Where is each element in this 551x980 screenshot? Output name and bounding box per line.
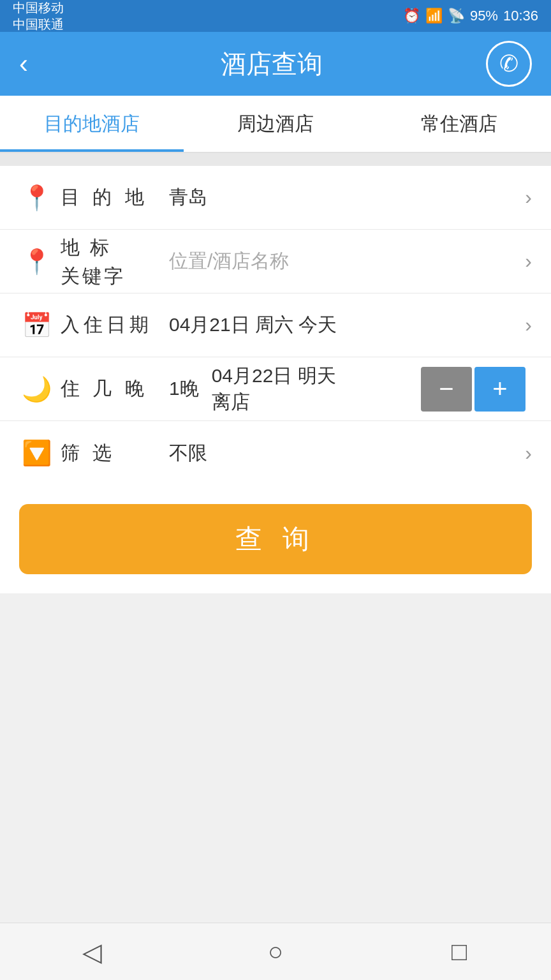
checkin-arrow: ›: [525, 313, 532, 337]
destination-arrow: ›: [525, 186, 532, 209]
keyword-placeholder: 位置/酒店名称: [163, 248, 525, 274]
keyword-row[interactable]: 📍 地 标 关键字 位置/酒店名称 ›: [0, 230, 551, 293]
location-icon: 📍: [19, 184, 54, 212]
carrier1: 中国移动: [13, 0, 64, 16]
battery-percent: 95%: [470, 8, 498, 24]
time-display: 10:36: [503, 8, 538, 24]
app-header: ‹ 酒店查询 ✆: [0, 32, 551, 96]
destination-row[interactable]: 📍 目 的 地 青岛 ›: [0, 166, 551, 230]
keyword-arrow: ›: [525, 249, 532, 273]
status-icons: ⏰ 📶 📡 95% 10:36: [403, 8, 538, 24]
back-button[interactable]: ‹: [19, 48, 57, 79]
nav-recent-button[interactable]: □: [434, 926, 485, 977]
tab-bar: 目的地酒店 周边酒店 常住酒店: [0, 96, 551, 153]
moon-icon: 🌙: [19, 375, 54, 403]
phone-button[interactable]: ✆: [486, 41, 532, 87]
alarm-icon: ⏰: [403, 8, 420, 24]
wifi-icon: 📶: [425, 8, 443, 24]
filter-arrow: ›: [525, 442, 532, 465]
filter-label: 筛 选: [61, 440, 163, 466]
filter-value: 不限: [163, 440, 525, 466]
search-button-wrap: 查 询: [0, 485, 551, 593]
filter-icon: 🔽: [19, 439, 54, 467]
keyword-icon: 📍: [19, 248, 54, 276]
checkin-label: 入住日期: [61, 312, 163, 338]
nights-controls: − +: [421, 367, 525, 412]
section-divider: [0, 153, 551, 166]
plus-button[interactable]: +: [474, 367, 525, 412]
nav-back-button[interactable]: ◁: [66, 926, 117, 977]
checkin-value: 04月21日 周六 今天: [163, 312, 525, 338]
search-button[interactable]: 查 询: [19, 504, 532, 574]
nights-label: 住 几 晚: [61, 376, 163, 402]
status-bar: 中国移动 中国联通 ⏰ 📶 📡 95% 10:36: [0, 0, 551, 32]
signal-icon: 📡: [448, 8, 465, 24]
carrier-info: 中国移动 中国联通: [13, 0, 64, 33]
checkout-value: 04月22日 明天 离店: [205, 363, 421, 415]
nights-row: 🌙 住 几 晚 1晚 04月22日 明天 离店 − +: [0, 357, 551, 421]
minus-button[interactable]: −: [421, 367, 472, 412]
nights-count: 1晚: [163, 376, 199, 402]
search-form: 📍 目 的 地 青岛 › 📍 地 标 关键字 位置/酒店名称 › 📅 入住日期 …: [0, 166, 551, 485]
page-title: 酒店查询: [57, 47, 486, 82]
tab-nearby[interactable]: 周边酒店: [184, 96, 367, 152]
destination-value: 青岛: [163, 184, 525, 211]
carrier2: 中国联通: [13, 16, 64, 33]
keyword-label: 地 标 关键字: [61, 233, 163, 290]
destination-label: 目 的 地: [61, 184, 163, 211]
bottom-nav: ◁ ○ □: [0, 923, 551, 980]
tab-destination[interactable]: 目的地酒店: [0, 96, 184, 152]
calendar-icon: 📅: [19, 311, 54, 339]
filter-row[interactable]: 🔽 筛 选 不限 ›: [0, 421, 551, 485]
checkin-row[interactable]: 📅 入住日期 04月21日 周六 今天 ›: [0, 293, 551, 357]
nav-home-button[interactable]: ○: [250, 926, 301, 977]
tab-regular[interactable]: 常住酒店: [367, 96, 551, 152]
